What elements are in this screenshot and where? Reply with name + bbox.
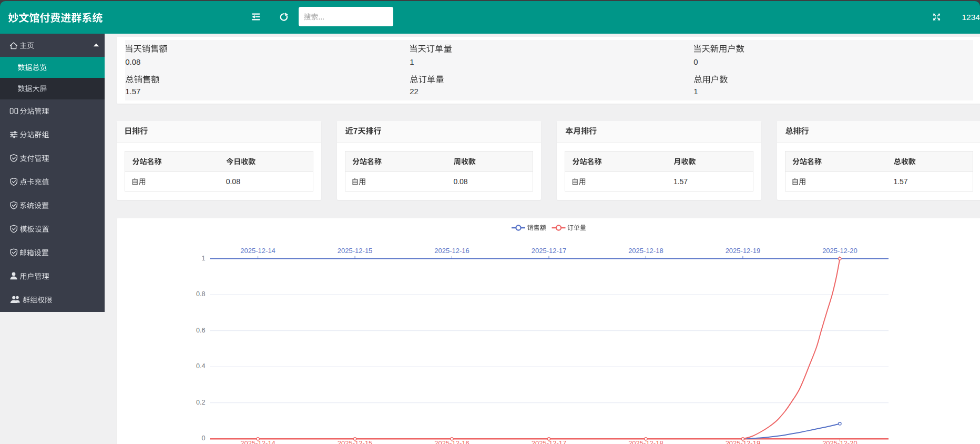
svg-text:2025-12-18: 2025-12-18 — [628, 247, 663, 255]
svg-text:2025-12-17: 2025-12-17 — [532, 247, 567, 255]
svg-text:1.57: 1.57 — [673, 177, 688, 186]
svg-text:1: 1 — [693, 87, 698, 96]
svg-text:22: 22 — [410, 87, 418, 96]
svg-text:0.2: 0.2 — [196, 399, 205, 406]
svg-text:1.57: 1.57 — [125, 87, 140, 96]
svg-text:2025-12-20: 2025-12-20 — [822, 439, 858, 444]
svg-text:0.6: 0.6 — [196, 327, 205, 334]
svg-text:2025-12-19: 2025-12-19 — [726, 247, 761, 255]
svg-text:0.4: 0.4 — [196, 362, 205, 370]
svg-text:0: 0 — [202, 435, 206, 442]
svg-text:0.08: 0.08 — [453, 177, 467, 186]
svg-text:2025-12-15: 2025-12-15 — [338, 247, 373, 255]
svg-text:2025-12-20: 2025-12-20 — [822, 247, 858, 255]
svg-text:0.08: 0.08 — [125, 57, 140, 66]
svg-text:2025-12-16: 2025-12-16 — [434, 247, 469, 255]
svg-text:1.57: 1.57 — [893, 177, 907, 186]
svg-text:12345: 12345 — [962, 13, 980, 22]
svg-text:1: 1 — [202, 255, 206, 262]
svg-text:0.8: 0.8 — [196, 290, 205, 298]
svg-text:1: 1 — [410, 57, 414, 66]
svg-text:2025-12-14: 2025-12-14 — [240, 247, 275, 255]
svg-text:0: 0 — [693, 57, 698, 66]
svg-text:0.08: 0.08 — [226, 177, 240, 186]
